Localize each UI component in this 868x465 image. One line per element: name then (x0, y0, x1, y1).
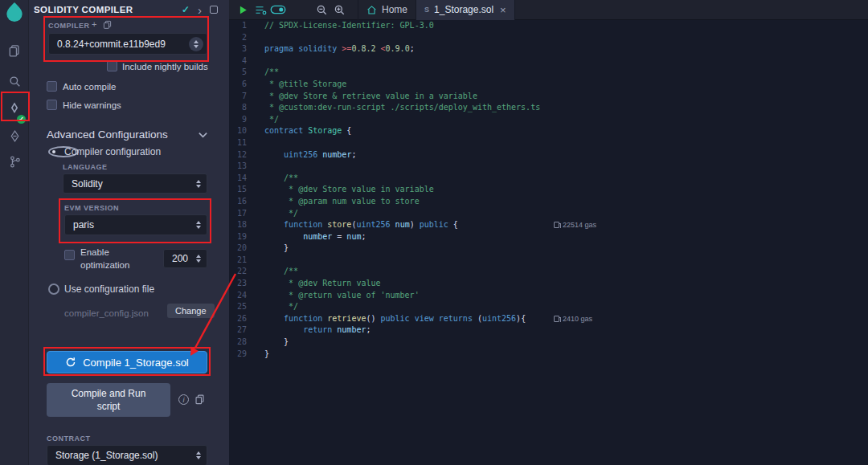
code-line: 24 * @return value of 'number' (229, 290, 868, 302)
panel-title: SOLIDITY COMPILER (34, 5, 174, 14)
line-number: 27 (229, 324, 264, 337)
reload-compiler-icon[interactable] (103, 20, 112, 29)
line-number: 28 (229, 337, 264, 349)
code-line: 6 * @title Storage (229, 79, 868, 91)
contract-label: CONTRACT (47, 434, 91, 443)
compile-button[interactable]: Compile 1_Storage.sol (47, 351, 207, 373)
line-number: 24 (229, 290, 264, 302)
code-line: 18 function store(uint256 num) public {2… (229, 219, 868, 231)
code-line: 15 * @dev Store value in variable (229, 184, 868, 196)
compiler-configuration-label: Compiler configuration (64, 146, 161, 157)
code-line: 11 (229, 137, 868, 149)
auto-compile-checkbox[interactable] (47, 81, 57, 92)
line-number: 17 (229, 208, 264, 220)
panel-header: SOLIDITY COMPILER ✓ › (29, 0, 229, 19)
hide-warnings-checkbox[interactable] (47, 100, 57, 110)
solidity-file-icon: S (424, 6, 429, 14)
evm-version-select[interactable]: paris (64, 214, 207, 235)
deploy-run-icon[interactable] (0, 124, 29, 148)
line-number: 8 (229, 102, 264, 114)
use-configuration-file-radio[interactable] (48, 283, 59, 295)
gas-estimate: 2410 gas (554, 313, 592, 325)
line-number: 12 (229, 149, 264, 161)
compile-button-label: Compile 1_Storage.sol (83, 357, 189, 369)
code-line: 12 uint256 number; (229, 149, 868, 161)
use-configuration-file-label: Use configuration file (64, 283, 154, 295)
zoom-out-icon[interactable] (313, 0, 330, 20)
code-line: 29} (229, 349, 868, 361)
gas-icon (554, 316, 559, 322)
chevron-right-icon[interactable]: › (198, 4, 202, 16)
chevron-down-icon[interactable] (198, 131, 208, 139)
gas-icon (554, 222, 559, 228)
add-compiler-icon[interactable]: + (92, 19, 96, 29)
line-number: 9 (229, 114, 264, 126)
enable-optimization-label: Enable optimization (80, 247, 137, 271)
code-line: 8 * @custom:dev-run-script ./scripts/dep… (229, 102, 868, 114)
git-icon[interactable] (0, 149, 29, 173)
compiler-label-actions: + (92, 19, 112, 29)
compile-and-run-button[interactable]: Compile and Run script (47, 383, 170, 417)
line-number: 7 (229, 91, 264, 103)
close-tab-icon[interactable]: × (500, 4, 506, 16)
code-line: 23 * @dev Return value (229, 278, 868, 290)
run-script-icon[interactable] (234, 0, 252, 20)
language-value: Solidity (72, 178, 103, 190)
tab-home[interactable]: Home (358, 0, 416, 20)
gas-estimate: 22514 gas (554, 219, 596, 231)
nightly-builds-checkbox[interactable] (107, 61, 117, 71)
file-explorer-icon[interactable] (0, 39, 29, 63)
line-number: 4 (229, 55, 264, 67)
compiler-version-select[interactable]: 0.8.24+commit.e11b9ed9 (48, 33, 207, 55)
remix-logo-icon[interactable] (2, 1, 27, 22)
code-line: 9 */ (229, 114, 868, 126)
line-number: 10 (229, 125, 264, 137)
code-line: 25 */ (229, 301, 868, 313)
solidity-compiler-icon[interactable]: ✓ (0, 96, 29, 120)
search-icon[interactable] (0, 69, 29, 93)
solidity-compiler-panel: SOLIDITY COMPILER ✓ › COMPILER + 0.8.24+… (29, 0, 229, 465)
code-line: 14 /** (229, 173, 868, 185)
nightly-builds-label: Include nightly builds (122, 62, 208, 71)
info-icon[interactable]: i (178, 394, 189, 405)
contract-value: Storage (1_Storage.sol) (55, 450, 158, 461)
code-line: 1// SPDX-License-Identifier: GPL-3.0 (229, 20, 868, 32)
zoom-in-icon[interactable] (330, 0, 348, 20)
evm-version-value: paris (73, 219, 94, 230)
change-config-button[interactable]: Change (167, 304, 215, 318)
copy-icon[interactable] (194, 394, 205, 405)
code-line: 7 * @dev Store & retrieve value in a var… (229, 91, 868, 103)
compiler-version-stepper-icon[interactable] (189, 37, 203, 51)
optimization-runs-value[interactable] (172, 253, 193, 264)
contract-select[interactable]: Storage (1_Storage.sol) (47, 445, 207, 465)
line-number: 11 (229, 137, 264, 149)
pin-panel-icon[interactable] (210, 6, 218, 14)
enable-optimization-checkbox[interactable] (64, 250, 75, 260)
line-number: 25 (229, 301, 264, 313)
line-number: 1 (229, 20, 264, 32)
advanced-configurations-title[interactable]: Advanced Configurations (47, 128, 168, 141)
tab-home-label: Home (382, 4, 407, 15)
home-icon (366, 5, 377, 15)
line-number: 2 (229, 32, 264, 44)
code-line: 3pragma solidity >=0.8.2 <0.9.0; (229, 43, 868, 55)
code-line: 19 number = num; (229, 231, 868, 243)
code-line: 21 (229, 255, 868, 267)
code-line: 2 (229, 32, 868, 44)
code-line: 28 } (229, 337, 868, 349)
line-number: 29 (229, 349, 264, 361)
code-editor[interactable]: 1// SPDX-License-Identifier: GPL-3.023pr… (229, 20, 868, 465)
optimization-runs-input[interactable] (163, 249, 207, 268)
line-number: 3 (229, 43, 264, 55)
line-number: 23 (229, 278, 264, 290)
hide-warnings-label: Hide warnings (63, 100, 121, 110)
ai-copilot-toggle[interactable] (269, 0, 287, 20)
script-config-icon[interactable] (252, 0, 269, 20)
language-select[interactable]: Solidity (63, 173, 207, 194)
tab-file[interactable]: S 1_Storage.sol × (416, 0, 515, 20)
compiler-label: COMPILER (48, 22, 90, 30)
tab-file-label: 1_Storage.sol (434, 4, 493, 15)
line-number: 18 (229, 219, 264, 231)
auto-compile-label: Auto compile (63, 82, 116, 92)
evm-version-label: EVM VERSION (64, 204, 119, 212)
